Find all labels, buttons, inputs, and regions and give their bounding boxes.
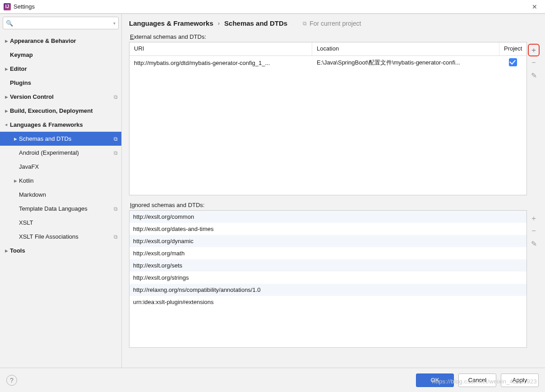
ok-button[interactable]: OK (416, 374, 454, 387)
sidebar-item-schemas-and-dtds[interactable]: ▶Schemas and DTDs⧉ (0, 132, 121, 146)
chevron-right-icon: ▶ (12, 137, 19, 141)
close-button[interactable]: ✕ (528, 0, 541, 14)
search-input[interactable] (15, 20, 113, 27)
col-project[interactable]: Project (499, 42, 527, 55)
sidebar-item-label: Template Data Languages (19, 205, 112, 212)
edit-button[interactable]: ✎ (528, 69, 540, 82)
chevron-down-icon: ▼ (4, 121, 9, 129)
chevron-right-icon: ▶ (3, 249, 10, 253)
sidebar-item-label: Keymap (10, 51, 118, 58)
sidebar-item-xslt-file-associations[interactable]: XSLT File Associations⧉ (0, 230, 121, 244)
list-item[interactable]: http://exslt.org/math (129, 247, 527, 259)
window-title: Settings (14, 3, 35, 10)
list-item[interactable]: http://relaxng.org/ns/compatibility/anno… (129, 284, 527, 296)
list-item[interactable]: http://exslt.org/dates-and-times (129, 223, 527, 235)
breadcrumb-root[interactable]: Languages & Frameworks (129, 19, 213, 27)
plus-icon: ＋ (530, 214, 537, 223)
sidebar-item-android-experimental-[interactable]: Android (Experimental)⧉ (0, 146, 121, 160)
external-section-label: External schemas and DTDs: (129, 33, 540, 40)
sidebar-item-editor[interactable]: ▶Editor (0, 62, 121, 76)
dialog-footer: ? OK Cancel Apply (0, 368, 545, 392)
chevron-right-icon: ▶ (12, 179, 19, 183)
sidebar-item-build-execution-deployment[interactable]: ▶Build, Execution, Deployment (0, 104, 121, 118)
sidebar-item-tools[interactable]: ▶Tools (0, 244, 121, 258)
list-item[interactable]: http://exslt.org/sets (129, 259, 527, 272)
list-item[interactable]: http://exslt.org/dynamic (129, 235, 527, 247)
table-row[interactable]: http://mybatis.org/dtd/mybatis-generator… (129, 56, 527, 69)
settings-tree: ▶Appearance & BehaviorKeymap▶EditorPlugi… (0, 32, 121, 368)
breadcrumb-leaf: Schemas and DTDs (224, 19, 287, 27)
ignored-toolbar: ＋ − ✎ (527, 210, 540, 348)
list-item[interactable]: http://exslt.org/common (129, 211, 527, 223)
list-item[interactable]: http://exslt.org/strings (129, 272, 527, 284)
question-icon: ? (10, 377, 14, 384)
sidebar-item-template-data-languages[interactable]: Template Data Languages⧉ (0, 202, 121, 216)
cancel-button[interactable]: Cancel (458, 374, 496, 387)
sidebar-item-kotlin[interactable]: ▶Kotlin (0, 174, 121, 188)
add-button[interactable]: ＋ (528, 44, 540, 56)
project-checkbox[interactable] (509, 58, 517, 66)
sidebar-item-keymap[interactable]: Keymap (0, 48, 121, 62)
sidebar-item-appearance-behavior[interactable]: ▶Appearance & Behavior (0, 34, 121, 48)
sidebar-item-label: Editor (10, 65, 118, 72)
chevron-right-icon: › (218, 20, 220, 27)
sidebar-item-label: Android (Experimental) (19, 149, 112, 156)
ignored-list[interactable]: http://exslt.org/commonhttp://exslt.org/… (129, 210, 527, 348)
sidebar-item-javafx[interactable]: JavaFX (0, 160, 121, 174)
sidebar-item-label: Tools (10, 247, 118, 254)
remove-button[interactable]: − (528, 56, 540, 69)
add-ignored-button[interactable]: ＋ (528, 212, 540, 225)
close-icon: ✕ (532, 3, 537, 10)
sidebar-item-markdown[interactable]: Markdown (0, 188, 121, 202)
cell-location: E:\Java\SpringBoot\配置文件\mybatis-generato… (312, 57, 499, 69)
dropdown-caret-icon: ▾ (113, 21, 115, 26)
app-icon: IJ (4, 3, 11, 10)
chevron-right-icon: ▶ (3, 67, 10, 71)
chevron-right-icon: ▶ (3, 95, 10, 99)
copy-icon: ⧉ (114, 136, 118, 142)
minus-icon: − (531, 59, 536, 67)
sidebar-item-label: Appearance & Behavior (10, 37, 118, 44)
external-table[interactable]: URI Location Project http://mybatis.org/… (129, 42, 527, 195)
sidebar: 🔍 ▾ ▶Appearance & BehaviorKeymap▶EditorP… (0, 14, 122, 368)
copy-icon: ⧉ (114, 150, 118, 156)
edit-ignored-button[interactable]: ✎ (528, 237, 540, 250)
breadcrumb: Languages & Frameworks › Schemas and DTD… (129, 19, 540, 33)
sidebar-item-version-control[interactable]: ▶Version Control⧉ (0, 90, 121, 104)
ignored-section-label: Ignored schemas and DTDs: (129, 202, 540, 208)
chevron-right-icon: ▶ (3, 109, 10, 113)
sidebar-item-label: XSLT File Associations (19, 233, 112, 240)
sidebar-item-languages-frameworks[interactable]: ▼Languages & Frameworks (0, 118, 121, 132)
cell-project[interactable] (499, 56, 527, 69)
copy-icon: ⧉ (303, 20, 307, 27)
apply-button[interactable]: Apply (501, 374, 539, 387)
pencil-icon: ✎ (531, 240, 537, 248)
external-toolbar: ＋ − ✎ (527, 42, 540, 195)
sidebar-item-label: Languages & Frameworks (10, 121, 118, 128)
sidebar-item-xslt[interactable]: XSLT (0, 216, 121, 230)
sidebar-item-label: JavaFX (19, 163, 118, 170)
chevron-right-icon: ▶ (3, 39, 10, 43)
search-box[interactable]: 🔍 ▾ (3, 17, 119, 29)
table-header: URI Location Project (129, 42, 527, 56)
cell-uri: http://mybatis.org/dtd/mybatis-generator… (129, 58, 312, 68)
sidebar-item-label: Schemas and DTDs (19, 135, 112, 142)
col-uri[interactable]: URI (129, 42, 312, 55)
titlebar: IJ Settings ✕ (0, 0, 545, 14)
help-button[interactable]: ? (6, 375, 17, 386)
minus-icon: − (531, 227, 536, 235)
sidebar-item-label: Version Control (10, 93, 112, 100)
scope-label: ⧉ For current project (303, 20, 361, 27)
copy-icon: ⧉ (114, 234, 118, 240)
scope-text: For current project (309, 20, 361, 27)
list-item[interactable]: urn:idea:xslt-plugin#extensions (129, 296, 527, 308)
col-location[interactable]: Location (312, 42, 499, 55)
sidebar-item-label: XSLT (19, 219, 118, 226)
copy-icon: ⧉ (114, 206, 118, 212)
sidebar-item-label: Plugins (10, 79, 118, 86)
remove-ignored-button[interactable]: − (528, 225, 540, 237)
sidebar-item-plugins[interactable]: Plugins (0, 76, 121, 90)
sidebar-item-label: Markdown (19, 191, 118, 198)
sidebar-item-label: Build, Execution, Deployment (10, 107, 118, 114)
pencil-icon: ✎ (531, 71, 537, 80)
